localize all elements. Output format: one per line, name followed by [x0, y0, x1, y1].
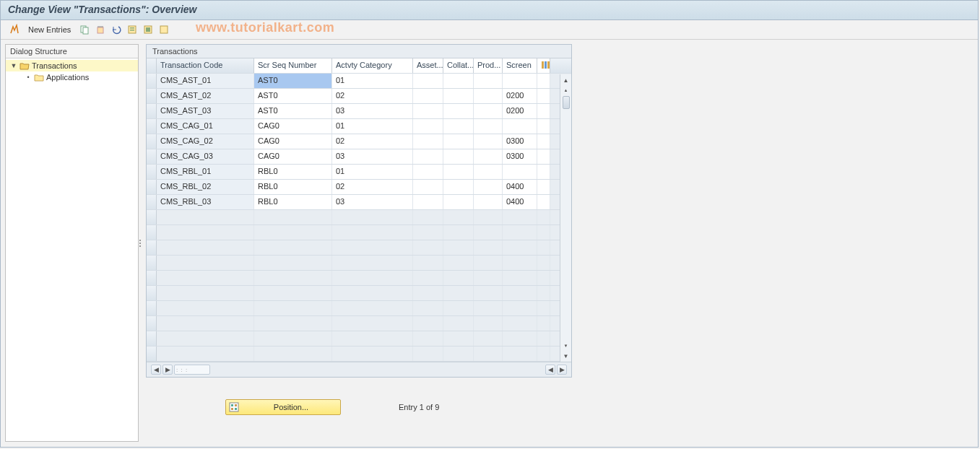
table-row-empty[interactable] — [147, 346, 571, 362]
cell-asset[interactable] — [413, 240, 443, 255]
cell-collat[interactable] — [443, 256, 474, 270]
cell-txcode[interactable]: CMS_AST_03 — [157, 104, 254, 118]
cell-act[interactable] — [332, 256, 413, 270]
table-row[interactable]: CMS_RBL_01RBL001 — [147, 165, 571, 180]
row-handle[interactable] — [147, 104, 157, 118]
cell-screen[interactable] — [503, 210, 537, 224]
row-handle[interactable] — [147, 195, 157, 209]
undo-icon[interactable] — [110, 23, 123, 36]
cell-collat[interactable] — [443, 119, 474, 134]
row-handle[interactable] — [147, 316, 157, 331]
cell-txcode[interactable]: CMS_CAG_01 — [157, 119, 254, 134]
cell-asset[interactable] — [413, 104, 443, 118]
scroll-left-end-icon[interactable]: ◀ — [545, 365, 555, 375]
cell-screen[interactable] — [503, 74, 537, 88]
cell-act[interactable] — [332, 225, 413, 240]
cell-seq[interactable] — [254, 210, 332, 224]
column-header-screen[interactable]: Screen — [503, 58, 537, 73]
cell-seq[interactable] — [254, 286, 332, 300]
cell-collat[interactable] — [443, 331, 474, 346]
cell-screen[interactable] — [503, 119, 537, 134]
scroll-up-icon[interactable]: ▲ — [562, 76, 571, 84]
cell-asset[interactable] — [413, 286, 443, 300]
cell-prod[interactable] — [474, 195, 503, 209]
cell-seq[interactable]: AST0 — [254, 74, 332, 88]
cell-screen[interactable] — [503, 165, 537, 179]
cell-screen[interactable] — [503, 271, 537, 285]
table-row-empty[interactable] — [147, 210, 571, 225]
cell-screen[interactable] — [503, 225, 537, 240]
cell-screen[interactable] — [503, 346, 537, 361]
cell-asset[interactable] — [413, 149, 443, 164]
row-handle[interactable] — [147, 240, 157, 255]
cell-asset[interactable] — [413, 346, 443, 361]
cell-prod[interactable] — [474, 149, 503, 164]
scroll-line-up-icon[interactable]: ▲ — [562, 86, 571, 95]
cell-prod[interactable] — [474, 331, 503, 346]
cell-act[interactable] — [332, 346, 413, 361]
row-handle[interactable] — [147, 180, 157, 194]
cell-collat[interactable] — [443, 165, 474, 179]
row-handle[interactable] — [147, 331, 157, 346]
cell-act[interactable]: 01 — [332, 74, 413, 88]
deselect-all-icon[interactable] — [157, 23, 170, 36]
cell-txcode[interactable] — [157, 256, 254, 270]
position-button[interactable]: Position... — [225, 399, 341, 415]
cell-collat[interactable] — [443, 134, 474, 149]
cell-seq[interactable] — [254, 240, 332, 255]
scroll-left-icon[interactable]: ◀ — [151, 365, 161, 375]
table-row[interactable]: CMS_RBL_02RBL0020400 — [147, 180, 571, 195]
row-handle[interactable] — [147, 271, 157, 285]
cell-act[interactable] — [332, 286, 413, 300]
cell-asset[interactable] — [413, 180, 443, 194]
select-all-icon[interactable] — [126, 23, 139, 36]
cell-seq[interactable]: RBL0 — [254, 165, 332, 179]
cell-screen[interactable]: 0400 — [503, 180, 537, 194]
cell-txcode[interactable] — [157, 316, 254, 331]
cell-screen[interactable]: 0200 — [503, 104, 537, 118]
cell-screen[interactable]: 0400 — [503, 195, 537, 209]
cell-act[interactable]: 01 — [332, 119, 413, 134]
cell-prod[interactable] — [474, 256, 503, 270]
cell-txcode[interactable] — [157, 301, 254, 315]
cell-screen[interactable]: 0300 — [503, 134, 537, 149]
cell-seq[interactable]: AST0 — [254, 104, 332, 118]
cell-txcode[interactable] — [157, 240, 254, 255]
cell-txcode[interactable] — [157, 225, 254, 240]
cell-seq[interactable] — [254, 271, 332, 285]
cell-act[interactable] — [332, 240, 413, 255]
column-header-txcode[interactable]: Transaction Code — [157, 58, 254, 73]
vertical-scrollbar[interactable]: ▲ ▲ ▼ ▼ — [560, 74, 571, 362]
row-handle[interactable] — [147, 119, 157, 134]
row-handle[interactable] — [147, 210, 157, 224]
cell-prod[interactable] — [474, 271, 503, 285]
cell-screen[interactable] — [503, 316, 537, 331]
cell-asset[interactable] — [413, 74, 443, 88]
column-header-asset[interactable]: Asset... — [413, 58, 443, 73]
cell-prod[interactable] — [474, 286, 503, 300]
cell-txcode[interactable]: CMS_AST_01 — [157, 74, 254, 88]
table-row-empty[interactable] — [147, 301, 571, 316]
cell-txcode[interactable]: CMS_RBL_03 — [157, 195, 254, 209]
cell-txcode[interactable] — [157, 346, 254, 361]
cell-screen[interactable]: 0200 — [503, 89, 537, 103]
row-handle[interactable] — [147, 165, 157, 179]
row-handle[interactable] — [147, 149, 157, 164]
toggle-display-icon[interactable] — [8, 23, 21, 36]
table-row-empty[interactable] — [147, 286, 571, 301]
cell-collat[interactable] — [443, 240, 474, 255]
cell-seq[interactable] — [254, 346, 332, 361]
copy-icon[interactable] — [78, 23, 91, 36]
tree-toggle-icon[interactable]: ▼ — [10, 62, 17, 69]
cell-txcode[interactable]: CMS_RBL_01 — [157, 165, 254, 179]
table-row-empty[interactable] — [147, 331, 571, 346]
cell-collat[interactable] — [443, 301, 474, 315]
cell-act[interactable]: 03 — [332, 104, 413, 118]
table-row[interactable]: CMS_AST_01AST001 — [147, 74, 571, 89]
column-header-act[interactable]: Actvty Category — [332, 58, 413, 73]
cell-act[interactable] — [332, 210, 413, 224]
cell-txcode[interactable]: CMS_RBL_02 — [157, 180, 254, 194]
table-row-empty[interactable] — [147, 316, 571, 331]
cell-screen[interactable] — [503, 240, 537, 255]
cell-prod[interactable] — [474, 180, 503, 194]
